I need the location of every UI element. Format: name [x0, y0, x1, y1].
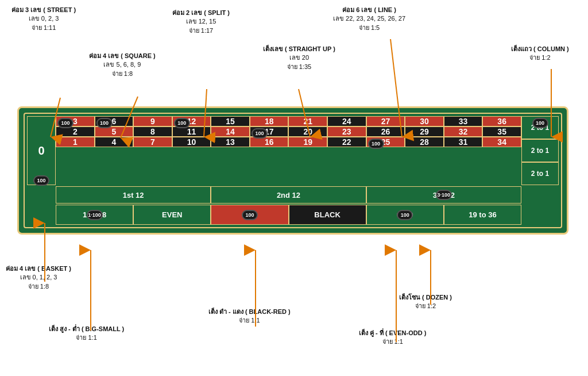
num-12[interactable]: 12 100	[172, 116, 211, 126]
number-row-3: 1 4 7 10 13 16 19 22 25 100 28 31	[56, 137, 521, 147]
annotation-square: ค่อม 4 เลข ( SQUARE ) เลข 5, 6, 8, 9 จ่า…	[89, 52, 156, 78]
number-row-2: 2 5 8 11 14 17 100 20 23 26 29 32	[56, 126, 521, 137]
num-1[interactable]: 1	[56, 137, 95, 147]
chip-17: 100	[252, 128, 268, 139]
outside-spacer	[27, 205, 56, 225]
num-27[interactable]: 27	[366, 116, 405, 126]
column-bets: 2 to 1 100 2 to 1 2 to 1	[521, 116, 559, 185]
outside-black[interactable]: BLACK	[289, 205, 366, 225]
zero-label: 0	[38, 144, 44, 158]
annotation-straight-up: เต็งเลข ( STRAIGHT UP ) เลข 20 จ่าย 1:35	[263, 45, 335, 71]
annotation-column: เต็งแถว ( COLUMN ) จ่าย 1:2	[511, 45, 569, 63]
outside-odd[interactable]: ODD 100	[366, 205, 444, 225]
number-row-1: 3 100 6 100 9 12 100 15 18	[56, 116, 521, 126]
num-35[interactable]: 35	[482, 126, 521, 137]
table-inner: 0 100 3 100 6 100	[24, 113, 562, 228]
num-10[interactable]: 10	[172, 137, 211, 147]
zero-cell[interactable]: 0 100	[27, 116, 56, 185]
num-17[interactable]: 17 100	[250, 126, 289, 137]
num-20[interactable]: 20	[288, 126, 327, 137]
num-6[interactable]: 6 100	[95, 116, 134, 126]
num-8[interactable]: 8	[133, 126, 172, 137]
num-26[interactable]: 26	[366, 126, 405, 137]
num-23[interactable]: 23	[327, 126, 366, 137]
dozen-spacer	[27, 186, 56, 204]
main-numbers-section: 0 100 3 100 6 100	[27, 116, 559, 185]
num-22[interactable]: 22	[327, 137, 366, 147]
annotation-street: ค่อม 3 เลข ( STREET ) เลข 0, 2, 3 จ่าย 1…	[11, 6, 76, 32]
num-3[interactable]: 3 100	[56, 116, 95, 126]
dozen-1[interactable]: 1st 12	[56, 186, 211, 204]
chip-6: 100	[96, 118, 113, 128]
outside-row: 1 to 18 1·100 EVEN RED 100 BLACK ODD 100	[27, 205, 559, 225]
annotation-black-red: เต็ง ดำ - แดง ( BLACK-RED ) จ่าย 1:1	[208, 308, 291, 325]
annotation-split: ค่อม 2 เลข ( SPLIT ) เลข 12, 15 จ่าย 1:1…	[172, 9, 230, 35]
dozen-3[interactable]: 3rd 12 3·100	[366, 186, 521, 204]
num-7[interactable]: 7	[133, 137, 172, 147]
num-28[interactable]: 28	[405, 137, 444, 147]
col-bet-3[interactable]: 2 to 1	[521, 162, 559, 185]
num-4[interactable]: 4	[95, 137, 134, 147]
num-21[interactable]: 21	[288, 116, 327, 126]
numbers-grid-wrapper: 3 100 6 100 9 12 100 15 18	[56, 116, 521, 185]
num-19[interactable]: 19	[288, 137, 327, 147]
annotation-dozen: เต็งโซน ( DOZEN ) จ่าย 1:2	[399, 293, 452, 311]
roulette-table: 0 100 3 100 6 100	[17, 106, 568, 235]
chip-3: 100	[57, 118, 74, 128]
annotation-even-odd: เต็ง คู่ - ที่ ( EVEN-ODD ) จ่าย 1:1	[359, 329, 426, 347]
col-bet-1[interactable]: 2 to 1 100	[521, 116, 559, 139]
num-30[interactable]: 30	[405, 116, 444, 126]
chip-dozen3: 3·100	[436, 190, 452, 200]
num-29[interactable]: 29	[405, 126, 444, 137]
outside-19to36[interactable]: 19 to 36	[444, 205, 521, 225]
chip-col1: 100	[532, 118, 548, 128]
num-9[interactable]: 9	[133, 116, 172, 126]
num-34[interactable]: 34	[482, 137, 521, 147]
chip-1to18: 1·100	[87, 210, 103, 220]
chip-odd: 100	[397, 210, 413, 220]
page-container: ค่อม 3 เลข ( STREET ) เลข 0, 2, 3 จ่าย 1…	[0, 0, 588, 376]
col-bet-2[interactable]: 2 to 1	[521, 139, 559, 162]
outside-even[interactable]: EVEN	[133, 205, 211, 225]
chip-zero: 100	[33, 175, 49, 186]
num-33[interactable]: 33	[444, 116, 483, 126]
outside-red[interactable]: RED 100	[211, 205, 288, 225]
num-25[interactable]: 25 100	[366, 137, 405, 147]
chip-red: 100	[242, 210, 258, 220]
num-36[interactable]: 36	[482, 116, 521, 126]
annotation-basket: ค่อม 4 เลข ( BASKET ) เลข 0, 1, 2, 3 จ่า…	[6, 264, 71, 291]
num-14[interactable]: 14	[211, 126, 250, 137]
num-31[interactable]: 31	[444, 137, 483, 147]
annotation-line: ค่อม 6 เลข ( LINE ) เลข 22, 23, 24, 25, …	[333, 6, 405, 32]
annotation-big-small: เต็ง สูง - ต่ำ ( BIG-SMALL ) จ่าย 1:1	[49, 325, 124, 343]
dozen-2[interactable]: 2nd 12	[211, 186, 366, 204]
chip-12: 100	[174, 118, 190, 128]
chip-25: 100	[368, 139, 384, 149]
num-15[interactable]: 15	[211, 116, 250, 126]
num-13[interactable]: 13	[211, 137, 250, 147]
dozen-col-spacer	[521, 186, 559, 204]
outside-col-spacer	[521, 205, 559, 225]
num-18[interactable]: 18	[250, 116, 289, 126]
num-32[interactable]: 32	[444, 126, 483, 137]
num-24[interactable]: 24	[327, 116, 366, 126]
outside-1to18[interactable]: 1 to 18 1·100	[56, 205, 133, 225]
dozen-row: 1st 12 2nd 12 3rd 12 3·100	[27, 186, 559, 204]
